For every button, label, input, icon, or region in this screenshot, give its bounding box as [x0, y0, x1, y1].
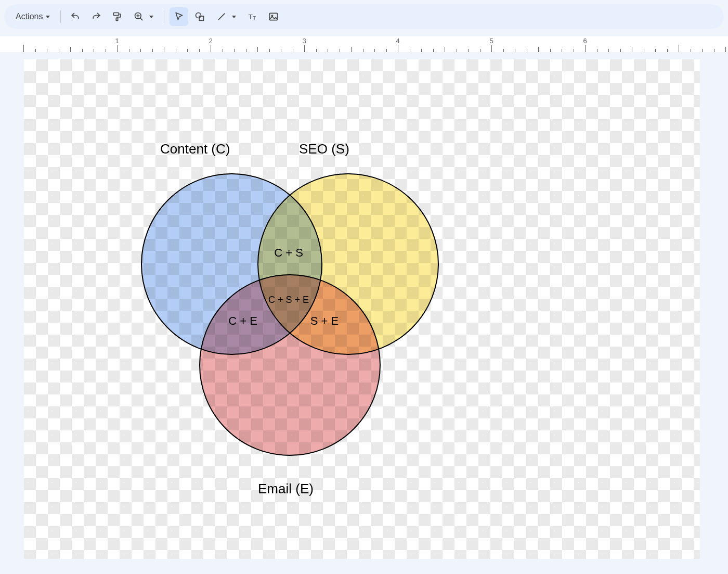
ruler-tick-major — [23, 45, 24, 52]
ruler-tick-minor — [164, 47, 164, 52]
ruler-tick-label: 4 — [396, 37, 399, 45]
line-icon — [216, 11, 227, 22]
venn-label-content[interactable]: Content (C) — [160, 141, 230, 157]
ruler-tick-major — [679, 45, 679, 52]
paint-roller-icon — [112, 11, 122, 22]
chevron-down-icon — [46, 16, 50, 18]
svg-rect-1 — [116, 18, 118, 21]
undo-icon — [70, 11, 81, 22]
ruler-tick-label: 6 — [583, 37, 587, 45]
ruler-tick-minor — [70, 47, 71, 52]
shape-icon — [194, 11, 205, 22]
zoom-icon — [134, 11, 144, 22]
canvas-viewport: Content (C) SEO (S) Email (E) C + S C + … — [0, 52, 728, 574]
svg-rect-4 — [200, 16, 204, 20]
ruler-tick-minor — [538, 47, 539, 52]
ruler-tick-major — [398, 45, 398, 52]
venn-intersection-cse[interactable]: C + S + E — [268, 295, 309, 305]
image-tool-button[interactable] — [264, 7, 283, 26]
line-tool-button[interactable] — [211, 7, 241, 26]
toolbar-separator — [60, 10, 61, 23]
ruler-tick-major — [304, 45, 305, 52]
ruler-tick-major — [117, 45, 118, 52]
chevron-down-icon — [149, 16, 153, 18]
toolbar: Actions T T — [4, 4, 724, 29]
ruler-tick-minor — [632, 47, 632, 52]
textbox-icon: T T — [248, 11, 258, 22]
toolbar-separator — [164, 10, 164, 23]
shape-tool-button[interactable] — [190, 7, 209, 26]
venn-label-email[interactable]: Email (E) — [258, 481, 314, 497]
select-tool-button[interactable] — [170, 7, 188, 26]
ruler-tick-label: 1 — [115, 37, 119, 45]
ruler-tick-minor — [351, 47, 352, 52]
ruler-tick-major — [585, 45, 586, 52]
chevron-down-icon — [232, 16, 236, 18]
undo-button[interactable] — [66, 7, 85, 26]
ruler-tick-minor — [257, 47, 258, 52]
actions-menu-button[interactable]: Actions — [10, 7, 55, 26]
svg-rect-7 — [270, 13, 278, 20]
venn-label-seo[interactable]: SEO (S) — [299, 141, 349, 157]
ruler-tick-label: 2 — [209, 37, 212, 45]
venn-intersection-cs[interactable]: C + S — [274, 246, 303, 260]
svg-text:T: T — [253, 16, 256, 21]
horizontal-ruler: 123456 — [0, 36, 728, 53]
textbox-tool-button[interactable]: T T — [243, 7, 262, 26]
svg-rect-0 — [114, 13, 119, 16]
ruler-tick-label: 5 — [489, 37, 493, 45]
cursor-icon — [174, 11, 184, 22]
redo-icon — [91, 11, 101, 22]
drawing-canvas[interactable]: Content (C) SEO (S) Email (E) C + S C + … — [24, 59, 700, 559]
venn-intersection-se[interactable]: S + E — [310, 314, 339, 328]
zoom-menu-button[interactable] — [128, 7, 159, 26]
image-icon — [268, 11, 279, 22]
ruler-tick-major — [211, 45, 211, 52]
ruler-tick-minor — [725, 47, 726, 52]
svg-text:T: T — [249, 13, 253, 21]
ruler-tick-minor — [445, 47, 445, 52]
ruler-tick-major — [491, 45, 492, 52]
svg-point-3 — [196, 13, 201, 18]
actions-menu-label: Actions — [16, 12, 43, 21]
redo-button[interactable] — [87, 7, 106, 26]
ruler-tick-label: 3 — [302, 37, 306, 45]
venn-intersection-ce[interactable]: C + E — [228, 314, 257, 328]
paint-format-button[interactable] — [108, 7, 126, 26]
